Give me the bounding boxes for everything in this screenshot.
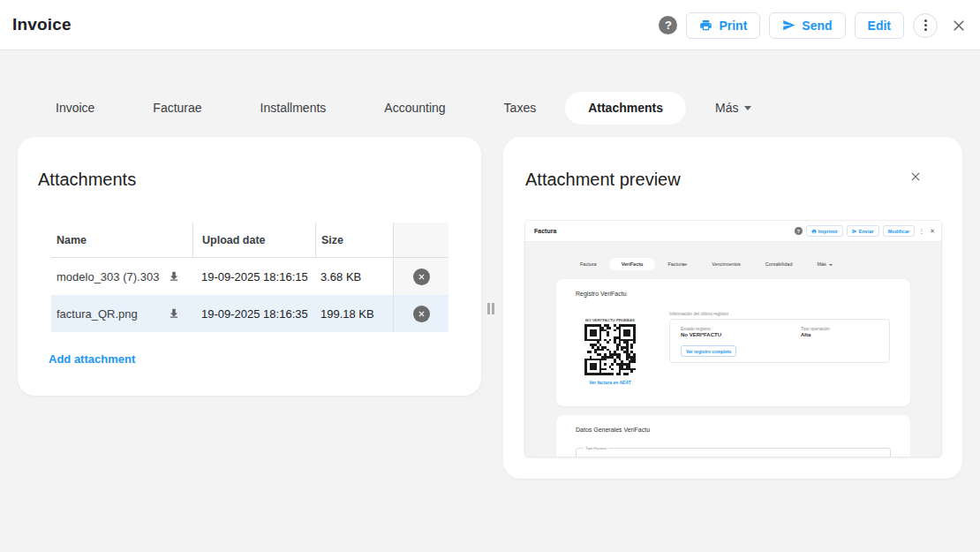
attachment-size: 3.68 KB bbox=[315, 270, 393, 284]
estado-value: No VERI*FACTU bbox=[681, 332, 721, 337]
download-icon[interactable] bbox=[168, 270, 180, 283]
column-header-size: Size bbox=[315, 223, 393, 257]
column-header-name: Name bbox=[51, 234, 192, 246]
table-row[interactable]: factura_QR.png 19-09-2025 18:16:35 199.1… bbox=[51, 295, 449, 332]
preview-tab-facturae: Facturae bbox=[655, 258, 699, 270]
registro-card-title: Registro VeriFactu bbox=[576, 291, 627, 297]
edit-button[interactable]: Edit bbox=[855, 12, 904, 39]
tab-accounting[interactable]: Accounting bbox=[355, 92, 474, 125]
preview-chevron-down-icon bbox=[829, 264, 833, 266]
delete-attachment-icon[interactable] bbox=[413, 306, 430, 322]
close-preview-icon[interactable] bbox=[909, 170, 922, 186]
tipo-factura-field: Tipo Factura bbox=[576, 448, 891, 457]
preview-registro-card: Registro VeriFactu NO VERI*FACTU PRUEBAS… bbox=[556, 279, 910, 406]
tab-facturae[interactable]: Facturae bbox=[124, 92, 230, 125]
attachment-size: 199.18 KB bbox=[315, 307, 393, 321]
preview-datos-card: Datos Generales VeriFactu Tipo Factura bbox=[556, 415, 910, 457]
preview-window-header: Factura ? Imprimir Enviar Modificar ⋮ ✕ bbox=[525, 221, 941, 242]
attachment-preview-image[interactable]: Factura ? Imprimir Enviar Modificar ⋮ ✕ bbox=[525, 221, 941, 457]
preview-send-button: Enviar bbox=[847, 225, 879, 237]
preview-edit-button: Modificar bbox=[883, 225, 915, 237]
help-icon[interactable]: ? bbox=[659, 16, 677, 34]
preview-page-title: Factura bbox=[534, 228, 556, 234]
attachment-upload-date: 19-09-2025 18:16:15 bbox=[192, 270, 315, 284]
tipo-label: Tipo operación bbox=[801, 326, 830, 331]
preview-tab-factura: Factura bbox=[568, 258, 609, 270]
edit-label: Edit bbox=[868, 19, 891, 33]
aeat-link: Ver factura en AEAT bbox=[562, 380, 659, 385]
page-title: Invoice bbox=[12, 15, 72, 34]
chevron-down-icon bbox=[744, 106, 751, 110]
attachments-table: Name Upload date Size modelo_303 (7).303… bbox=[51, 223, 449, 332]
column-header-upload-date: Upload date bbox=[192, 223, 315, 257]
preview-send-icon bbox=[852, 229, 857, 234]
panel-resize-handle[interactable] bbox=[487, 303, 494, 314]
preview-tab-vencimientos: Vencimientos bbox=[699, 258, 753, 270]
help-glyph: ? bbox=[665, 19, 672, 32]
attachment-upload-date: 19-09-2025 18:16:35 bbox=[192, 307, 315, 321]
qr-caption: NO VERI*FACTU PRUEBAS bbox=[562, 318, 659, 322]
close-icon[interactable] bbox=[950, 17, 968, 34]
table-header-row: Name Upload date Size bbox=[51, 223, 449, 258]
attachment-name: factura_QR.png bbox=[57, 307, 138, 321]
header-actions: ? Print Send Edit bbox=[659, 0, 968, 50]
tab-taxes[interactable]: Taxes bbox=[475, 92, 566, 125]
preview-printer-icon bbox=[811, 229, 817, 234]
print-button[interactable]: Print bbox=[686, 12, 760, 39]
attachments-title: Attachments bbox=[38, 170, 136, 190]
datos-card-title: Datos Generales VeriFactu bbox=[576, 427, 650, 433]
preview-tab-bar: Factura VeriFactu Facturae Vencimientos … bbox=[568, 258, 845, 270]
print-label: Print bbox=[719, 19, 747, 33]
attachment-name: modelo_303 (7).303 bbox=[57, 270, 159, 284]
tipo-factura-label: Tipo Factura bbox=[584, 446, 608, 450]
preview-tab-verifactu: VeriFactu bbox=[609, 258, 656, 270]
tab-more-label: Más bbox=[715, 92, 738, 125]
tab-bar: Invoice Facturae Installments Accounting… bbox=[26, 92, 760, 125]
send-button[interactable]: Send bbox=[769, 12, 845, 39]
tab-more[interactable]: Más bbox=[686, 92, 760, 125]
qr-code bbox=[584, 324, 636, 375]
tab-invoice[interactable]: Invoice bbox=[26, 92, 124, 125]
table-row[interactable]: modelo_303 (7).303 19-09-2025 18:16:15 3… bbox=[51, 258, 449, 295]
preview-close-icon: ✕ bbox=[930, 228, 935, 235]
download-icon[interactable] bbox=[168, 307, 180, 320]
info-caption: Información del último registro bbox=[669, 311, 728, 316]
delete-attachment-icon[interactable] bbox=[413, 268, 430, 285]
preview-print-button: Imprimir bbox=[806, 225, 843, 237]
preview-more-options-icon: ⋮ bbox=[918, 228, 924, 235]
attachment-preview-panel: Attachment preview Factura ? Imprimir En… bbox=[503, 137, 962, 479]
add-attachment-button[interactable]: Add attachment bbox=[49, 352, 135, 366]
send-icon bbox=[782, 19, 795, 32]
tab-installments[interactable]: Installments bbox=[231, 92, 356, 125]
ver-registro-completo-button: Ver registro completo bbox=[681, 345, 736, 357]
more-options-icon[interactable] bbox=[913, 13, 938, 38]
send-label: Send bbox=[802, 19, 832, 33]
invoice-page: Invoice ? Print Send Edit Invoice Fa bbox=[0, 0, 980, 552]
printer-icon bbox=[699, 19, 712, 32]
window-header: Invoice ? Print Send Edit bbox=[0, 0, 980, 50]
attachments-panel: Attachments Name Upload date Size modelo… bbox=[18, 137, 481, 396]
tab-attachments[interactable]: Attachments bbox=[565, 92, 686, 125]
preview-tab-contabilidad: Contabilidad bbox=[753, 258, 805, 270]
preview-title: Attachment preview bbox=[525, 170, 681, 190]
estado-label: Estado registro bbox=[681, 326, 711, 331]
registro-info-box: Estado registro No VERI*FACTU Tipo opera… bbox=[669, 319, 890, 363]
preview-tab-more: Más bbox=[804, 258, 844, 270]
tipo-value: Alta bbox=[801, 332, 810, 337]
preview-header-actions: ? Imprimir Enviar Modificar ⋮ ✕ bbox=[795, 225, 935, 237]
column-header-actions bbox=[393, 223, 449, 257]
preview-help-icon: ? bbox=[795, 227, 803, 235]
